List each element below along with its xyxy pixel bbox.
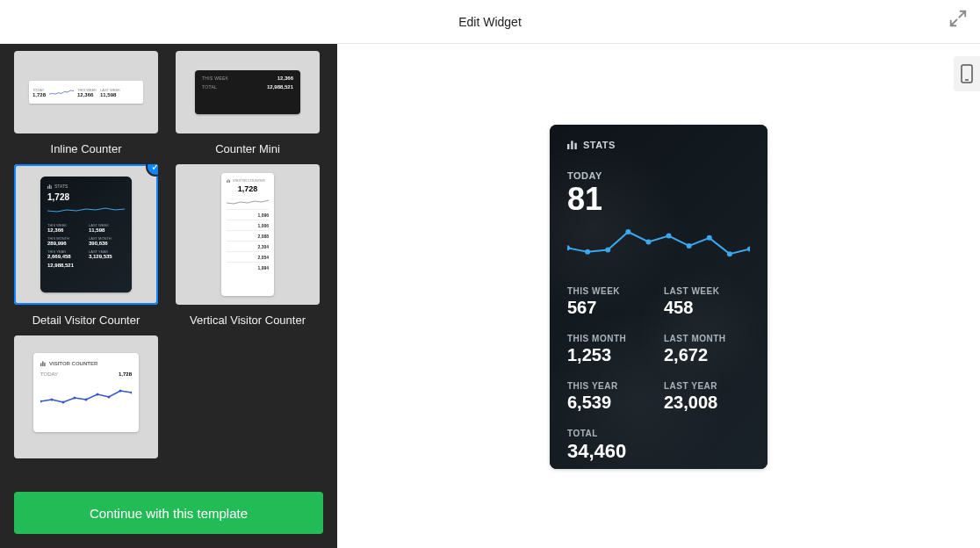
label: TODAY bbox=[32, 88, 46, 92]
bar-chart-icon bbox=[567, 139, 578, 151]
svg-rect-7 bbox=[42, 361, 43, 366]
page-title: Edit Widget bbox=[458, 15, 522, 29]
expand-icon[interactable] bbox=[948, 9, 968, 28]
svg-point-27 bbox=[645, 239, 651, 244]
stat-this-week: THIS WEEK567 bbox=[567, 286, 653, 318]
svg-point-13 bbox=[85, 399, 88, 401]
widget-title: STATS bbox=[583, 140, 616, 150]
svg-point-14 bbox=[97, 393, 99, 396]
stats-grid: THIS WEEK567 LAST WEEK458 THIS MONTH1,25… bbox=[567, 286, 750, 413]
selected-check-icon: ✓ bbox=[146, 164, 158, 177]
preview-area: STATS TODAY 81 THIS WEEK567 LAST WEEK458… bbox=[337, 44, 980, 548]
value: 1,728 bbox=[47, 192, 125, 202]
stat-this-month: THIS MONTH1,253 bbox=[567, 334, 653, 365]
label: THIS WEEK bbox=[77, 88, 97, 92]
template-label: Vertical Visitor Counter bbox=[176, 314, 320, 327]
today-value: 81 bbox=[567, 183, 750, 216]
svg-rect-5 bbox=[229, 180, 230, 183]
svg-point-9 bbox=[40, 400, 42, 403]
svg-point-30 bbox=[707, 235, 712, 241]
value: 1,728 bbox=[32, 92, 46, 97]
template-label: Detail Visitor Counter bbox=[14, 314, 158, 327]
template-sidebar: TODAY1,728 THIS WEEK12,366 LAST WEEK11,5… bbox=[0, 44, 337, 548]
svg-point-28 bbox=[667, 233, 672, 238]
widget-preview: STATS TODAY 81 THIS WEEK567 LAST WEEK458… bbox=[550, 125, 767, 469]
svg-point-11 bbox=[62, 401, 65, 404]
svg-rect-8 bbox=[44, 363, 45, 366]
svg-point-24 bbox=[585, 249, 590, 255]
value: 1,728 bbox=[227, 184, 269, 193]
today-label: TODAY bbox=[567, 170, 750, 181]
stat-last-week: LAST WEEK458 bbox=[664, 286, 750, 318]
continue-bar: Continue with this template bbox=[0, 478, 337, 548]
svg-rect-22 bbox=[574, 143, 576, 149]
widget-header: STATS bbox=[567, 139, 750, 151]
svg-rect-20 bbox=[567, 144, 569, 149]
svg-rect-0 bbox=[47, 186, 48, 189]
svg-point-32 bbox=[747, 246, 750, 251]
svg-point-25 bbox=[605, 247, 610, 252]
label: LAST WEEK bbox=[100, 88, 120, 92]
template-card-visitor-counter[interactable]: VISITOR COUNTER TODAY1,728 bbox=[14, 335, 158, 458]
svg-rect-2 bbox=[51, 185, 52, 189]
stat-this-year: THIS YEAR6,539 bbox=[567, 381, 653, 413]
svg-point-16 bbox=[119, 390, 122, 393]
svg-point-10 bbox=[51, 399, 54, 401]
svg-point-17 bbox=[131, 392, 133, 394]
svg-point-23 bbox=[567, 245, 570, 250]
svg-point-26 bbox=[625, 229, 631, 234]
svg-rect-4 bbox=[228, 179, 229, 183]
value: 12,988,521 bbox=[267, 84, 293, 90]
sparkline-chart bbox=[567, 225, 750, 260]
label: STATS bbox=[54, 184, 68, 189]
template-inline-counter[interactable]: TODAY1,728 THIS WEEK12,366 LAST WEEK11,5… bbox=[14, 51, 158, 155]
template-label: Inline Counter bbox=[14, 142, 158, 155]
svg-point-31 bbox=[727, 251, 732, 256]
svg-rect-21 bbox=[571, 141, 573, 149]
svg-point-12 bbox=[74, 397, 76, 400]
svg-point-29 bbox=[687, 243, 692, 249]
label: THIS WEEK bbox=[202, 76, 228, 81]
stat-total: TOTAL 34,460 bbox=[567, 429, 750, 463]
svg-rect-3 bbox=[227, 181, 227, 184]
svg-point-15 bbox=[108, 396, 111, 399]
value: 12,366 bbox=[277, 76, 293, 81]
header: Edit Widget bbox=[0, 0, 980, 44]
template-vertical-visitor-counter[interactable]: VISITOR COUNTER 1,728 1,096 1,006 2,088 … bbox=[176, 164, 320, 327]
value: 11,598 bbox=[100, 92, 120, 97]
value: 12,988,521 bbox=[47, 263, 125, 268]
template-label: Counter Mini bbox=[176, 142, 320, 155]
continue-button[interactable]: Continue with this template bbox=[14, 492, 323, 534]
stat-last-year: LAST YEAR23,008 bbox=[664, 381, 750, 413]
value: 12,366 bbox=[77, 92, 97, 97]
mobile-preview-button[interactable] bbox=[954, 56, 980, 91]
label: TOTAL bbox=[202, 84, 217, 90]
stat-last-month: LAST MONTH2,672 bbox=[664, 334, 750, 365]
svg-rect-1 bbox=[49, 184, 50, 189]
template-detail-visitor-counter[interactable]: STATS 1,728 THIS WEEK12,366 LAST WEEK11,… bbox=[14, 164, 158, 327]
template-counter-mini[interactable]: THIS WEEK12,366 TOTAL12,988,521 Counter … bbox=[176, 51, 320, 155]
svg-rect-6 bbox=[40, 364, 41, 367]
